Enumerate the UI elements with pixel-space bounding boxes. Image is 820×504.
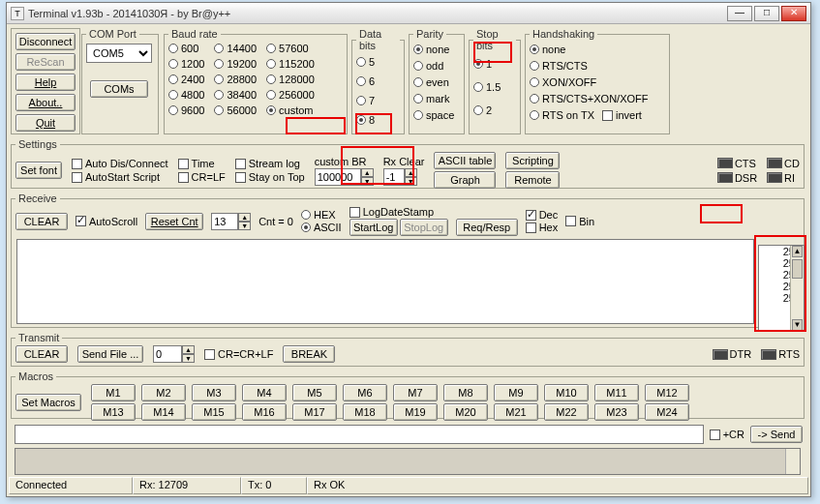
autoscroll-check[interactable]: AutoScroll bbox=[76, 216, 137, 227]
baud-radio-2400[interactable]: 2400 bbox=[168, 73, 204, 86]
close-button[interactable]: ✕ bbox=[781, 6, 806, 21]
stopbits-radio-1[interactable]: 1 bbox=[473, 57, 516, 71]
rxclear-down-icon[interactable]: ▼ bbox=[405, 177, 417, 186]
invert-check[interactable]: invert bbox=[602, 109, 642, 121]
dec-check[interactable]: Dec bbox=[526, 209, 559, 221]
quit-button[interactable]: Quit bbox=[15, 114, 76, 132]
plus-cr-check[interactable]: +CR bbox=[710, 429, 744, 440]
baud-radio-1200[interactable]: 1200 bbox=[168, 57, 204, 71]
macro-button-m7[interactable]: M7 bbox=[393, 384, 438, 401]
macro-button-m22[interactable]: M22 bbox=[544, 403, 589, 421]
baud-radio-128000[interactable]: 128000 bbox=[266, 73, 315, 86]
custombr-spin[interactable]: ▲▼ bbox=[315, 168, 374, 186]
macro-button-m6[interactable]: M6 bbox=[343, 384, 387, 401]
transmit-textarea[interactable] bbox=[15, 448, 801, 475]
baud-radio-57600[interactable]: 57600 bbox=[266, 42, 315, 55]
list-scrollbar[interactable]: ▲ ▼ bbox=[790, 246, 804, 331]
macro-button-m13[interactable]: M13 bbox=[91, 403, 136, 421]
macro-button-m14[interactable]: M14 bbox=[141, 403, 186, 421]
setmacros-button[interactable]: Set Macros bbox=[15, 394, 81, 411]
logdatestamp-check[interactable]: LogDateStamp bbox=[349, 206, 448, 218]
handshake-radio-2[interactable]: XON/XOFF bbox=[530, 75, 665, 89]
baud-radio-custom[interactable]: custom bbox=[266, 104, 315, 117]
streamlog-check[interactable]: Stream log bbox=[235, 158, 305, 169]
macro-button-m3[interactable]: M3 bbox=[192, 384, 236, 401]
time-check[interactable]: Time bbox=[178, 158, 226, 169]
minimize-button[interactable]: — bbox=[727, 6, 752, 21]
macro-button-m20[interactable]: M20 bbox=[443, 403, 488, 421]
startlog-button[interactable]: StartLog bbox=[349, 219, 398, 236]
help-button[interactable]: Help bbox=[15, 74, 76, 91]
macro-button-m19[interactable]: M19 bbox=[393, 403, 438, 421]
setfont-button[interactable]: Set font bbox=[15, 162, 62, 179]
baud-radio-28800[interactable]: 28800 bbox=[214, 73, 257, 86]
handshake-radio-0[interactable]: none bbox=[530, 43, 665, 56]
handshake-radio-3[interactable]: RTS/CTS+XON/XOFF bbox=[530, 92, 665, 105]
coms-button[interactable]: COMs bbox=[90, 80, 148, 98]
reqresp-button[interactable]: Req/Resp bbox=[456, 219, 518, 236]
receive-byte-list[interactable]: 253 253 253 253 253 ▲ ▼ bbox=[758, 245, 805, 332]
about-button[interactable]: About.. bbox=[15, 94, 76, 111]
scripting-button[interactable]: Scripting bbox=[505, 152, 560, 169]
send-button[interactable]: -> Send bbox=[750, 426, 803, 443]
hex2-check[interactable]: Hex bbox=[526, 222, 559, 233]
databits-radio-6[interactable]: 6 bbox=[356, 74, 400, 88]
rxclear-up-icon[interactable]: ▲ bbox=[405, 168, 417, 177]
tx-scrollbar[interactable] bbox=[785, 449, 800, 474]
receive-hex-radio[interactable]: HEX bbox=[301, 209, 342, 221]
stayontop-check[interactable]: Stay on Top bbox=[235, 171, 305, 183]
handshake-radio-4[interactable]: RTS on TX bbox=[530, 108, 594, 122]
transmit-spin-up-icon[interactable]: ▲ bbox=[182, 345, 195, 354]
remote-button[interactable]: Remote bbox=[505, 171, 560, 189]
receive-spin-down-icon[interactable]: ▼ bbox=[238, 222, 251, 230]
stoplog-button[interactable]: StopLog bbox=[400, 219, 448, 236]
parity-radio-odd[interactable]: odd bbox=[413, 59, 460, 73]
transmit-clear-button[interactable]: CLEAR bbox=[15, 345, 68, 363]
sendfile-button[interactable]: Send File ... bbox=[77, 345, 143, 363]
bin-check[interactable]: Bin bbox=[565, 216, 594, 227]
crcrlf-check[interactable]: CR=CR+LF bbox=[204, 348, 273, 360]
macro-button-m10[interactable]: M10 bbox=[544, 384, 589, 401]
scroll-up-icon[interactable]: ▲ bbox=[792, 246, 803, 257]
receive-clear-button[interactable]: CLEAR bbox=[15, 213, 68, 230]
macro-button-m16[interactable]: M16 bbox=[242, 403, 287, 421]
macro-button-m9[interactable]: M9 bbox=[494, 384, 538, 401]
macro-button-m5[interactable]: M5 bbox=[292, 384, 337, 401]
baud-radio-14400[interactable]: 14400 bbox=[214, 42, 257, 55]
parity-radio-even[interactable]: even bbox=[413, 75, 460, 89]
break-button[interactable]: BREAK bbox=[283, 345, 335, 363]
custombr-up-icon[interactable]: ▲ bbox=[361, 168, 374, 177]
parity-radio-mark[interactable]: mark bbox=[413, 92, 460, 105]
macro-button-m21[interactable]: M21 bbox=[494, 403, 538, 421]
baud-radio-56000[interactable]: 56000 bbox=[214, 104, 257, 117]
transmit-spin-input[interactable] bbox=[153, 345, 182, 363]
macro-button-m12[interactable]: M12 bbox=[645, 384, 689, 401]
macro-button-m1[interactable]: M1 bbox=[91, 384, 136, 401]
scroll-down-icon[interactable]: ▼ bbox=[792, 319, 803, 331]
custombr-down-icon[interactable]: ▼ bbox=[361, 177, 374, 186]
databits-radio-5[interactable]: 5 bbox=[356, 55, 400, 69]
baud-radio-115200[interactable]: 115200 bbox=[266, 57, 315, 71]
baud-radio-600[interactable]: 600 bbox=[168, 42, 204, 55]
macro-button-m11[interactable]: M11 bbox=[594, 384, 639, 401]
macro-button-m8[interactable]: M8 bbox=[443, 384, 488, 401]
stopbits-radio-1.5[interactable]: 1.5 bbox=[473, 80, 516, 94]
titlebar[interactable]: T Terminal v1.93b - 20141030Я - by Br@y+… bbox=[7, 3, 810, 24]
autostart-check[interactable]: AutoStart Script bbox=[72, 171, 168, 183]
maximize-button[interactable]: □ bbox=[754, 6, 779, 21]
rxclear-spin[interactable]: ▲▼ bbox=[383, 168, 425, 186]
rts-led[interactable]: RTS bbox=[761, 348, 800, 360]
baud-radio-38400[interactable]: 38400 bbox=[214, 88, 257, 102]
rescan-button[interactable]: ReScan bbox=[15, 53, 76, 71]
macro-button-m17[interactable]: M17 bbox=[292, 403, 337, 421]
comport-select[interactable]: COM5 bbox=[86, 44, 152, 63]
rxclear-input[interactable] bbox=[383, 168, 405, 186]
receive-spin[interactable]: ▲▼ bbox=[211, 213, 251, 230]
parity-radio-none[interactable]: none bbox=[413, 43, 460, 56]
autodisconnect-check[interactable]: Auto Dis/Connect bbox=[72, 158, 168, 169]
disconnect-button[interactable]: Disconnect bbox=[15, 33, 76, 50]
receive-ascii-radio[interactable]: ASCII bbox=[301, 222, 342, 233]
macro-button-m23[interactable]: M23 bbox=[594, 403, 639, 421]
databits-radio-7[interactable]: 7 bbox=[356, 94, 400, 107]
parity-radio-space[interactable]: space bbox=[413, 108, 460, 122]
